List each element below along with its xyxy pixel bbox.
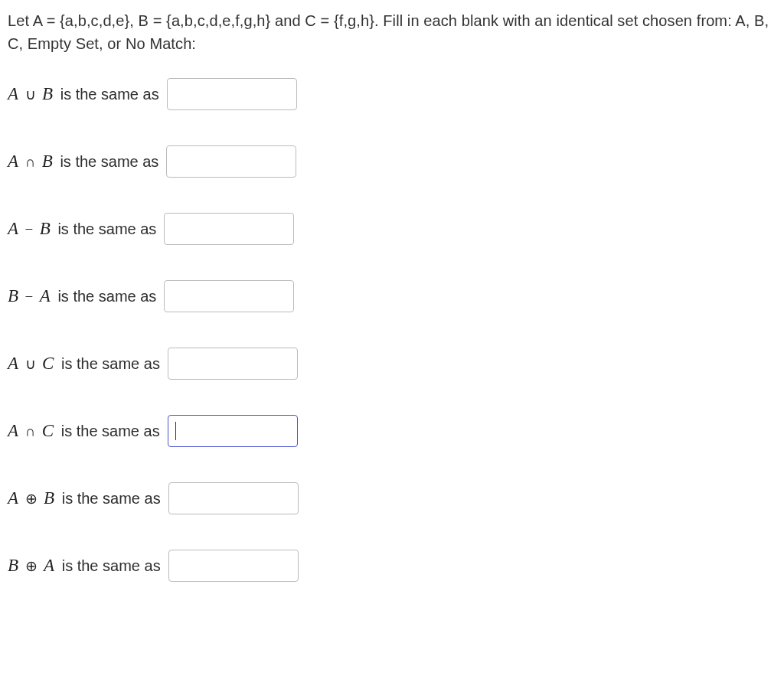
left-operand: A bbox=[8, 354, 18, 373]
answer-input[interactable] bbox=[168, 348, 298, 380]
left-operand: A bbox=[8, 152, 18, 171]
left-operand: A bbox=[8, 421, 18, 440]
operator: ⊕ bbox=[23, 491, 40, 507]
left-operand: A bbox=[8, 488, 18, 508]
answer-input[interactable] bbox=[164, 213, 294, 245]
question-row: B ⊕ A is the same as bbox=[8, 550, 776, 582]
right-operand: C bbox=[42, 354, 54, 373]
answer-input[interactable] bbox=[167, 78, 297, 110]
right-operand: B bbox=[42, 152, 53, 171]
question-row: A ⊕ B is the same as bbox=[8, 482, 776, 514]
same-as-label: is the same as bbox=[54, 288, 157, 305]
set-expression: B ⊕ A is the same as bbox=[8, 553, 167, 579]
operator: ∪ bbox=[23, 87, 38, 103]
questions-list: A ∪ B is the same asA ∩ B is the same as… bbox=[8, 78, 776, 582]
set-expression: A − B is the same as bbox=[8, 216, 162, 243]
same-as-label: is the same as bbox=[56, 86, 159, 103]
same-as-label: is the same as bbox=[57, 490, 161, 507]
question-row: A ∪ C is the same as bbox=[8, 348, 776, 380]
question-row: A ∪ B is the same as bbox=[8, 78, 776, 110]
right-operand: A bbox=[44, 556, 54, 575]
right-operand: B bbox=[40, 219, 51, 238]
answer-input[interactable] bbox=[168, 550, 299, 582]
question-row: B − A is the same as bbox=[8, 280, 776, 312]
same-as-label: is the same as bbox=[57, 557, 161, 574]
right-operand: B bbox=[44, 488, 54, 508]
answer-input[interactable] bbox=[164, 280, 294, 312]
set-expression: B − A is the same as bbox=[8, 283, 162, 310]
same-as-label: is the same as bbox=[56, 153, 159, 170]
question-row: A − B is the same as bbox=[8, 213, 776, 245]
operator: − bbox=[23, 289, 36, 305]
operator: − bbox=[23, 221, 36, 237]
instructions-text: Let A = {a,b,c,d,e}, B = {a,b,c,d,e,f,g,… bbox=[8, 9, 776, 55]
set-expression: A ∩ C is the same as bbox=[8, 418, 166, 445]
right-operand: C bbox=[42, 421, 54, 440]
answer-input[interactable] bbox=[168, 482, 299, 514]
left-operand: A bbox=[8, 219, 18, 238]
operator: ∪ bbox=[23, 356, 38, 372]
operator: ⊕ bbox=[23, 558, 40, 574]
right-operand: A bbox=[40, 286, 51, 305]
question-row: A ∩ C is the same as bbox=[8, 415, 776, 447]
answer-input[interactable] bbox=[166, 145, 296, 178]
same-as-label: is the same as bbox=[57, 355, 160, 372]
left-operand: A bbox=[8, 84, 18, 103]
set-expression: A ∩ B is the same as bbox=[8, 149, 165, 175]
set-expression: A ⊕ B is the same as bbox=[8, 485, 167, 512]
operator: ∩ bbox=[23, 423, 38, 439]
answer-input[interactable] bbox=[168, 415, 298, 447]
right-operand: B bbox=[42, 84, 53, 103]
set-expression: A ∪ B is the same as bbox=[8, 81, 165, 108]
same-as-label: is the same as bbox=[57, 423, 160, 439]
set-expression: A ∪ C is the same as bbox=[8, 351, 166, 377]
left-operand: B bbox=[8, 286, 18, 305]
left-operand: B bbox=[8, 556, 18, 575]
operator: ∩ bbox=[23, 154, 38, 170]
same-as-label: is the same as bbox=[54, 220, 157, 237]
question-row: A ∩ B is the same as bbox=[8, 145, 776, 178]
